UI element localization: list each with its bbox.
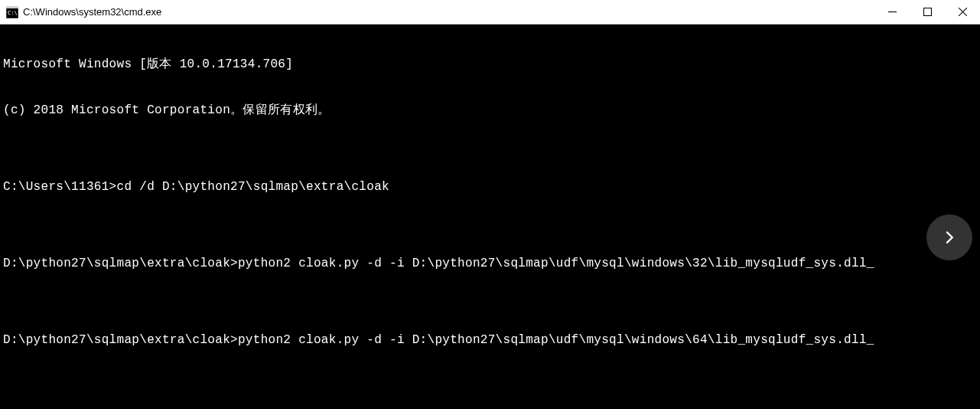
svg-rect-4: [923, 8, 931, 16]
terminal-line: D:\python27\sqlmap\extra\cloak>python2 c…: [3, 256, 977, 271]
terminal-line: (c) 2018 Microsoft Corporation。保留所有权利。: [3, 103, 977, 118]
svg-rect-1: [6, 6, 18, 8]
close-button[interactable]: [945, 0, 980, 24]
maximize-button[interactable]: [910, 0, 945, 24]
window-title: C:\Windows\system32\cmd.exe: [23, 6, 874, 18]
terminal-line: Microsoft Windows [版本 10.0.17134.706]: [3, 57, 977, 72]
cmd-icon: C:\: [6, 6, 18, 18]
minimize-button[interactable]: [874, 0, 910, 24]
chevron-right-icon: [941, 229, 958, 246]
svg-text:C:\: C:\: [8, 10, 18, 16]
next-overlay-button[interactable]: [926, 214, 972, 260]
terminal-area[interactable]: Microsoft Windows [版本 10.0.17134.706] (c…: [0, 25, 980, 409]
window-controls: [874, 0, 980, 24]
titlebar: C:\ C:\Windows\system32\cmd.exe: [0, 0, 980, 25]
terminal-line: C:\Users\11361>cd /d D:\python27\sqlmap\…: [3, 179, 977, 195]
terminal-line: D:\python27\sqlmap\extra\cloak>python2 c…: [3, 332, 977, 348]
